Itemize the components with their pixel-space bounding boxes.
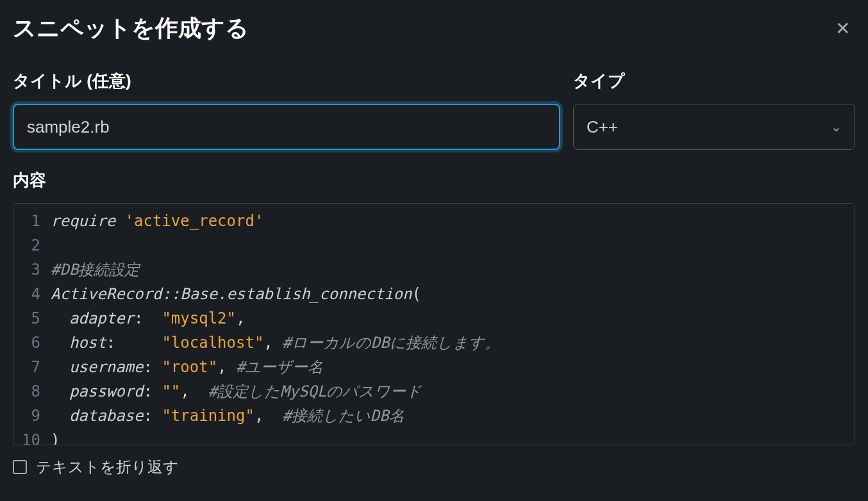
code-line: 6 host: "localhost", #ローカルのDBに接続します。 bbox=[13, 331, 855, 355]
fields-row: タイトル (任意) タイプ C++ ⌄ bbox=[13, 70, 855, 150]
line-number: 7 bbox=[13, 355, 51, 379]
title-column: タイトル (任意) bbox=[13, 70, 560, 150]
line-content: ) bbox=[51, 428, 855, 445]
title-input[interactable] bbox=[13, 104, 560, 150]
line-content: host: "localhost", #ローカルのDBに接続します。 bbox=[51, 331, 855, 355]
chevron-down-icon: ⌄ bbox=[831, 119, 842, 135]
code-line: 2 bbox=[13, 233, 855, 258]
line-number: 10 bbox=[13, 428, 51, 445]
code-line: 10) bbox=[13, 428, 855, 445]
close-button[interactable]: ✕ bbox=[830, 13, 855, 44]
code-line: 4ActiveRecord::Base.establish_connection… bbox=[13, 282, 855, 306]
line-content: database: "training", #接続したいDB名 bbox=[51, 404, 855, 428]
line-content: require 'active_record' bbox=[51, 209, 855, 233]
type-select-value: C++ bbox=[587, 117, 618, 137]
line-content: username: "root", #ユーザー名 bbox=[51, 355, 855, 379]
code-line: 9 database: "training", #接続したいDB名 bbox=[13, 404, 855, 428]
type-column: タイプ C++ ⌄ bbox=[573, 70, 855, 150]
type-select[interactable]: C++ ⌄ bbox=[573, 104, 855, 150]
line-number: 3 bbox=[13, 258, 51, 282]
code-line: 5 adapter: "mysql2", bbox=[13, 306, 855, 331]
code-line: 7 username: "root", #ユーザー名 bbox=[13, 355, 855, 379]
type-label: タイプ bbox=[573, 70, 855, 92]
line-content: #DB接続設定 bbox=[51, 258, 855, 282]
wrap-checkbox[interactable] bbox=[13, 460, 27, 474]
line-number: 9 bbox=[13, 404, 51, 428]
wrap-label: テキストを折り返す bbox=[36, 457, 179, 477]
code-line: 3#DB接続設定 bbox=[13, 258, 855, 282]
line-content bbox=[51, 233, 855, 258]
close-icon: ✕ bbox=[835, 19, 850, 38]
code-editor[interactable]: 1require 'active_record'23#DB接続設定4Active… bbox=[13, 203, 855, 445]
line-content: adapter: "mysql2", bbox=[51, 306, 855, 331]
line-number: 6 bbox=[13, 331, 51, 355]
line-content: ActiveRecord::Base.establish_connection( bbox=[51, 282, 855, 306]
dialog-header: スニペットを作成する ✕ bbox=[13, 13, 855, 44]
line-number: 1 bbox=[13, 209, 51, 233]
title-label: タイトル (任意) bbox=[13, 70, 560, 92]
dialog-title: スニペットを作成する bbox=[13, 13, 249, 44]
line-content: password: "", #設定したMySQLのパスワード bbox=[51, 379, 855, 404]
content-label: 内容 bbox=[13, 169, 855, 192]
code-line: 8 password: "", #設定したMySQLのパスワード bbox=[13, 379, 855, 404]
line-number: 2 bbox=[13, 233, 51, 258]
line-number: 8 bbox=[13, 379, 51, 404]
wrap-row: テキストを折り返す bbox=[13, 457, 855, 477]
code-line: 1require 'active_record' bbox=[13, 209, 855, 233]
line-number: 4 bbox=[13, 282, 51, 306]
line-number: 5 bbox=[13, 306, 51, 331]
